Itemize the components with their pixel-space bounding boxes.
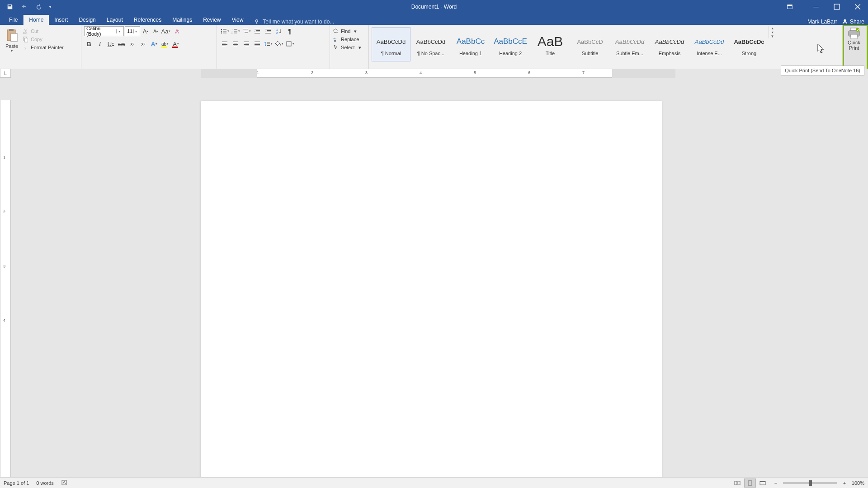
tab-view[interactable]: View bbox=[226, 15, 249, 25]
subscript-button[interactable]: x2 bbox=[127, 39, 137, 49]
align-left-button[interactable] bbox=[220, 39, 230, 49]
numbering-button[interactable]: 123▾ bbox=[231, 26, 241, 36]
tab-mailings[interactable]: Mailings bbox=[167, 15, 198, 25]
style-item-subtle-em---[interactable]: AaBbCcDdSubtle Em... bbox=[610, 27, 649, 61]
horizontal-ruler[interactable]: 1234567 bbox=[11, 69, 868, 78]
font-name-combo[interactable]: Calibri (Body)▾ bbox=[84, 26, 124, 36]
multilevel-list-button[interactable]: ▾ bbox=[241, 26, 251, 36]
vertical-ruler[interactable]: 1234 bbox=[0, 78, 11, 477]
svg-rect-14 bbox=[223, 31, 226, 32]
qat-customize-button[interactable]: ▾ bbox=[47, 1, 53, 12]
decrease-indent-button[interactable] bbox=[252, 26, 262, 36]
page-indicator[interactable]: Page 1 of 1 bbox=[4, 480, 29, 486]
increase-indent-button[interactable] bbox=[263, 26, 273, 36]
save-qat-button[interactable] bbox=[4, 1, 16, 12]
tell-me-search[interactable]: Tell me what you want to do... bbox=[254, 19, 334, 25]
line-spacing-button[interactable]: ▾ bbox=[263, 39, 273, 49]
style-item-heading-1[interactable]: AaBbCcHeading 1 bbox=[451, 27, 490, 61]
svg-rect-12 bbox=[223, 29, 226, 30]
svg-rect-26 bbox=[255, 29, 260, 29]
proofing-button[interactable] bbox=[61, 479, 67, 487]
styles-more-button[interactable]: ▴▾▼ bbox=[769, 26, 776, 38]
style-item-heading-2[interactable]: AaBbCcEHeading 2 bbox=[491, 27, 530, 61]
svg-rect-56 bbox=[287, 46, 291, 46]
redo-qat-button[interactable] bbox=[33, 1, 45, 12]
shading-button[interactable]: ▾ bbox=[274, 39, 284, 49]
maximize-button[interactable] bbox=[826, 0, 847, 14]
tab-insert[interactable]: Insert bbox=[49, 15, 73, 25]
share-button[interactable]: Share bbox=[842, 19, 864, 25]
sort-button[interactable]: AZ bbox=[274, 26, 284, 36]
tab-review[interactable]: Review bbox=[198, 15, 226, 25]
zoom-out-button[interactable]: − bbox=[772, 480, 779, 486]
window-title: Document1 - Word bbox=[411, 4, 457, 10]
show-paragraph-marks-button[interactable]: ¶ bbox=[285, 26, 295, 36]
style-item-title[interactable]: AaBTitle bbox=[531, 27, 570, 61]
text-effects-button[interactable]: A▾ bbox=[149, 39, 159, 49]
align-center-button[interactable] bbox=[231, 39, 241, 49]
font-color-button[interactable]: A▾ bbox=[171, 39, 181, 49]
clear-formatting-button[interactable]: A̷ bbox=[172, 26, 182, 36]
strikethrough-button[interactable]: abc bbox=[117, 39, 127, 49]
paste-button[interactable]: Paste ▾ bbox=[3, 26, 21, 53]
svg-rect-55 bbox=[287, 42, 291, 46]
select-button[interactable]: Select▾ bbox=[333, 44, 361, 51]
borders-button[interactable]: ▾ bbox=[285, 39, 295, 49]
replace-button[interactable]: ab Replace bbox=[333, 36, 361, 42]
style-item-intense-e---[interactable]: AaBbCcDdIntense E... bbox=[690, 27, 729, 61]
align-right-button[interactable] bbox=[241, 39, 251, 49]
web-layout-button[interactable] bbox=[757, 479, 769, 488]
svg-rect-37 bbox=[222, 43, 226, 43]
svg-rect-30 bbox=[265, 29, 271, 29]
zoom-slider[interactable] bbox=[783, 482, 837, 484]
page[interactable] bbox=[201, 101, 662, 477]
zoom-in-button[interactable]: + bbox=[841, 480, 848, 486]
svg-rect-22 bbox=[234, 33, 237, 33]
tab-design[interactable]: Design bbox=[73, 15, 101, 25]
zoom-level[interactable]: 100% bbox=[852, 480, 864, 486]
change-case-button[interactable]: Aa▾ bbox=[161, 26, 171, 36]
svg-rect-16 bbox=[223, 33, 226, 33]
shrink-font-button[interactable]: A▾ bbox=[151, 26, 160, 36]
undo-qat-button[interactable] bbox=[18, 1, 31, 12]
justify-button[interactable] bbox=[252, 39, 262, 49]
tab-references[interactable]: References bbox=[128, 15, 167, 25]
close-button[interactable] bbox=[847, 0, 868, 14]
svg-rect-54 bbox=[267, 45, 270, 46]
cut-button[interactable]: Cut bbox=[23, 28, 64, 34]
italic-button[interactable]: I bbox=[95, 39, 105, 49]
underline-button[interactable]: U▾ bbox=[106, 39, 116, 49]
svg-point-15 bbox=[221, 33, 222, 33]
svg-rect-3 bbox=[834, 4, 840, 9]
style-item---no-spac---[interactable]: AaBbCcDd¶ No Spac... bbox=[411, 27, 450, 61]
tab-layout[interactable]: Layout bbox=[101, 15, 128, 25]
font-size-combo[interactable]: 11▾ bbox=[125, 26, 140, 36]
svg-point-4 bbox=[256, 19, 258, 22]
tab-home[interactable]: Home bbox=[24, 15, 49, 25]
find-button[interactable]: Find▾ bbox=[333, 28, 361, 34]
style-item-emphasis[interactable]: AaBbCcDdEmphasis bbox=[650, 27, 689, 61]
print-layout-button[interactable] bbox=[744, 479, 756, 488]
quick-print-button[interactable]: Quick Print bbox=[847, 27, 861, 51]
minimize-button[interactable] bbox=[806, 0, 826, 14]
tab-selector[interactable]: L bbox=[0, 69, 11, 78]
bold-button[interactable]: B bbox=[84, 39, 94, 49]
style-item-subtitle[interactable]: AaBbCcDSubtitle bbox=[571, 27, 609, 61]
format-painter-button[interactable]: Format Painter bbox=[23, 44, 64, 51]
tab-file[interactable]: File bbox=[4, 15, 24, 25]
style-item---normal[interactable]: AaBbCcDd¶ Normal bbox=[372, 27, 410, 61]
superscript-button[interactable]: x2 bbox=[138, 39, 148, 49]
styles-gallery[interactable]: AaBbCcDd¶ NormalAaBbCcDd¶ No Spac...AaBb… bbox=[372, 26, 769, 61]
ribbon-display-options-button[interactable] bbox=[779, 0, 800, 14]
bullets-button[interactable]: ▾ bbox=[220, 26, 230, 36]
svg-text:ab: ab bbox=[333, 37, 336, 40]
svg-rect-24 bbox=[244, 31, 248, 31]
highlight-button[interactable]: ab▾ bbox=[160, 39, 170, 49]
grow-font-button[interactable]: A▴ bbox=[141, 26, 150, 36]
read-mode-button[interactable] bbox=[731, 479, 743, 488]
svg-rect-25 bbox=[245, 33, 248, 33]
copy-button[interactable]: Copy bbox=[23, 36, 64, 42]
word-count[interactable]: 0 words bbox=[36, 480, 54, 486]
user-name[interactable]: Mark LaBarr bbox=[807, 19, 837, 25]
style-item-strong[interactable]: AaBbCcDcStrong bbox=[730, 27, 769, 61]
